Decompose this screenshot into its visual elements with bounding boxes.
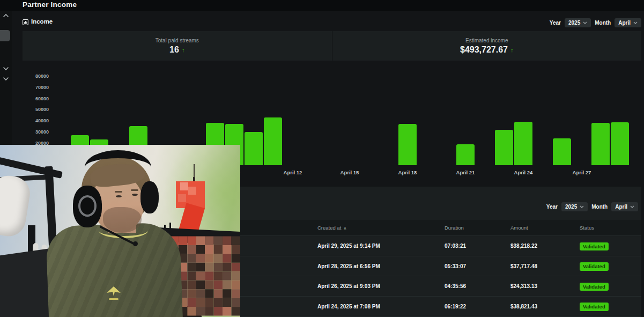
- person-beard: [103, 207, 142, 233]
- stat-estimated-income: Estimated income $493,727.67↑: [332, 31, 642, 61]
- headphones-band: [85, 150, 151, 185]
- cell-status: Validated: [580, 276, 609, 297]
- cell-created_at: April 29, 2025 at 9:14 PM: [317, 236, 380, 256]
- mic-boom: [133, 241, 138, 246]
- chart-bar[interactable]: [456, 144, 475, 165]
- column-header-amount: Amount: [510, 220, 528, 236]
- x-axis-label: April 27: [570, 169, 594, 175]
- x-axis-label: April 15: [338, 169, 361, 175]
- cell-amount: $38,218.22: [510, 236, 537, 256]
- income-chart-icon: [23, 19, 28, 25]
- cell-amount: $38,821.43: [510, 297, 537, 317]
- income-filters: Year 2025 Month April: [550, 18, 641, 27]
- status-badge: Validated: [580, 303, 609, 311]
- chart-bar[interactable]: [264, 117, 282, 165]
- y-axis-tick: 40000: [26, 118, 49, 123]
- trend-up-icon: ↑: [510, 47, 514, 53]
- y-axis-tick: 30000: [26, 129, 49, 135]
- y-axis-tick: 80000: [26, 73, 49, 79]
- y-axis-tick: 60000: [26, 96, 49, 101]
- x-axis-label: April 18: [396, 169, 419, 175]
- trend-up-icon: ↑: [182, 47, 185, 53]
- top-bar: Partner Income: [0, 0, 644, 11]
- month-dropdown[interactable]: April: [611, 202, 638, 211]
- chart-bar[interactable]: [245, 132, 263, 165]
- stat-total-paid-streams: Total paid streams 16↑: [23, 31, 332, 61]
- cell-status: Validated: [580, 256, 609, 277]
- chevron-down-icon[interactable]: [3, 77, 9, 81]
- year-filter-label: Year: [550, 20, 561, 26]
- cell-status: Validated: [580, 297, 609, 317]
- chevron-down-icon: [630, 205, 634, 208]
- chevron-down-icon: [580, 205, 584, 208]
- person-eye: [132, 194, 138, 196]
- sort-asc-icon: ∧: [343, 226, 346, 231]
- stat-value: $493,727.67↑: [460, 45, 513, 55]
- chart-bar[interactable]: [495, 130, 513, 165]
- streams-filters: Year 2025 Month April: [546, 202, 638, 211]
- column-header-duration: Duration: [445, 220, 464, 236]
- flag-pixelation: [180, 182, 188, 190]
- headphones-earcup: [140, 181, 159, 213]
- year-filter-label: Year: [546, 204, 558, 210]
- cell-duration: 05:33:07: [445, 256, 466, 277]
- status-badge: Validated: [580, 283, 609, 291]
- status-badge: Validated: [580, 262, 609, 271]
- cell-duration: 04:35:56: [445, 276, 466, 297]
- cell-created_at: April 24, 2025 at 7:08 PM: [317, 297, 380, 317]
- chevron-down-icon[interactable]: [3, 67, 9, 71]
- month-filter-label: Month: [595, 20, 611, 26]
- flag-pixelation: [178, 194, 186, 202]
- cell-duration: 07:03:21: [445, 236, 466, 256]
- cell-created_at: April 28, 2025 at 6:56 PM: [317, 256, 380, 277]
- column-header-status: Status: [580, 220, 594, 236]
- y-axis-tick: 50000: [26, 107, 49, 112]
- chart-bar[interactable]: [591, 123, 610, 165]
- chevron-down-icon: [583, 21, 587, 24]
- cell-duration: 06:19:22: [445, 297, 466, 317]
- flag-pole: [194, 164, 195, 178]
- x-axis-label: April 21: [454, 169, 477, 175]
- cell-created_at: April 26, 2025 at 9:03 PM: [317, 276, 380, 297]
- chart-bar[interactable]: [514, 122, 532, 165]
- stat-value: 16↑: [169, 45, 184, 55]
- cell-amount: $24,313.13: [510, 276, 537, 297]
- income-section-title: Income: [31, 18, 53, 25]
- chevron-up-icon[interactable]: [3, 13, 9, 18]
- person-eyebrow: [115, 191, 122, 193]
- shirt-logo: [105, 285, 123, 301]
- dashboard-root: Partner Income Income Year 2025 Month Ap…: [0, 0, 644, 317]
- income-stats-card: Total paid streams 16↑ Estimated income …: [23, 31, 641, 61]
- year-dropdown[interactable]: 2025: [565, 18, 591, 27]
- x-axis-label: April 24: [512, 169, 535, 175]
- headphones-earcup-ring: [78, 195, 97, 217]
- webcam-overlay: [0, 145, 240, 317]
- month-dropdown[interactable]: April: [615, 18, 641, 27]
- person-eyebrow: [131, 189, 138, 191]
- page-title: Partner Income: [23, 1, 77, 9]
- chevron-down-icon: [633, 21, 638, 24]
- chart-bar[interactable]: [553, 138, 571, 165]
- y-axis-tick: 70000: [26, 85, 49, 90]
- flag-pixelation: [188, 187, 196, 195]
- person-eye: [116, 195, 122, 197]
- cell-status: Validated: [580, 236, 609, 256]
- stat-label: Total paid streams: [156, 38, 199, 43]
- cell-amount: $37,717.48: [510, 256, 537, 277]
- year-dropdown[interactable]: 2025: [561, 202, 588, 211]
- income-section-header: Income Year 2025 Month April: [23, 18, 641, 27]
- stat-label: Estimated income: [465, 38, 508, 43]
- x-axis-label: April 12: [281, 169, 305, 175]
- chart-bar[interactable]: [611, 122, 629, 165]
- sidebar-selected-indicator[interactable]: [0, 30, 10, 41]
- chart-bar[interactable]: [398, 124, 417, 165]
- column-header-created_at[interactable]: Created at∧: [317, 220, 346, 236]
- status-badge: Validated: [580, 242, 609, 251]
- month-filter-label: Month: [591, 204, 608, 210]
